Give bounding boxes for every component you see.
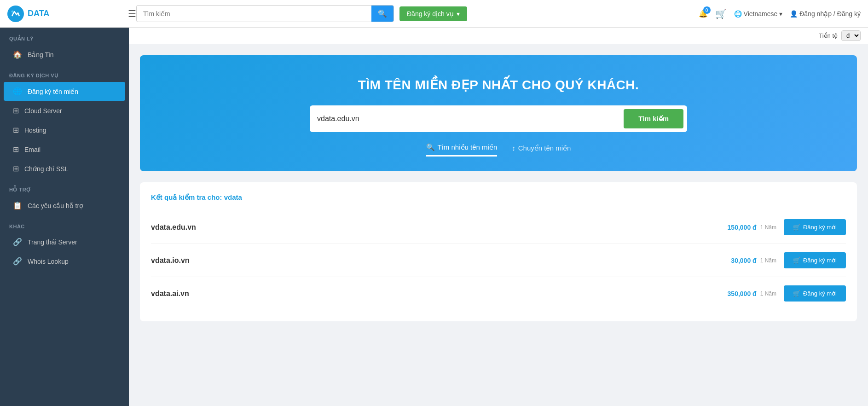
main-header: DATA ☰ 🔍 Đăng ký dịch vụ ▾ 🔔 0 🛒 🌐 Vietn… xyxy=(0,0,868,28)
hero-tab-transfer[interactable]: ↕ Chuyển tên miền xyxy=(512,143,571,157)
hosting-icon: ⊞ xyxy=(13,126,19,134)
sidebar-item-label: Đăng ký tên miền xyxy=(28,88,78,95)
sidebar-section-quanly: QUẢN LÝ xyxy=(0,28,129,45)
whois-icon: 🔗 xyxy=(13,257,22,266)
currency-label: Tiền tệ xyxy=(819,32,838,39)
domain-name: vdata.ai.vn xyxy=(151,290,728,298)
domain-search-button[interactable]: Tìm kiếm xyxy=(624,109,683,128)
search-multi-icon: 🔍 xyxy=(426,143,435,151)
support-icon: 📋 xyxy=(13,201,22,210)
register-button-0[interactable]: 🛒 Đăng ký mới xyxy=(784,219,846,235)
domain-period: 1 Năm xyxy=(760,257,776,264)
logo-icon xyxy=(7,6,24,22)
cart-btn-icon: 🛒 xyxy=(793,290,800,297)
hero-tab-multi[interactable]: 🔍 Tìm nhiều tên miền xyxy=(426,143,498,157)
register-service-button[interactable]: Đăng ký dịch vụ ▾ xyxy=(399,6,467,21)
sidebar-item-label: Các yêu cầu hỗ trợ xyxy=(28,202,83,209)
hamburger-menu[interactable]: ☰ xyxy=(128,8,136,19)
sidebar-item-label: Email xyxy=(24,146,41,153)
sidebar-item-bantin[interactable]: 🏠 Bảng Tin xyxy=(4,45,125,64)
sidebar-item-label: Hosting xyxy=(24,127,46,134)
hero-banner: TÌM TÊN MIỀN ĐẸP NHẤT CHO QUÝ KHÁCH. Tìm… xyxy=(140,55,857,171)
header-right: 🔔 0 🛒 🌐 Vietnamese ▾ 👤 Đăng nhập / Đăng … xyxy=(699,8,861,19)
results-header: Kết quả kiểm tra cho: vdata xyxy=(151,193,846,202)
hero-tabs: 🔍 Tìm nhiều tên miền ↕ Chuyển tên miền xyxy=(155,143,842,157)
language-selector[interactable]: 🌐 Vietnamese ▾ xyxy=(734,10,783,17)
notif-badge: 0 xyxy=(703,6,711,14)
table-row: vdata.edu.vn 150,000 đ 1 Năm 🛒 Đăng ký m… xyxy=(151,211,846,244)
results-query: vdata xyxy=(224,193,242,201)
cart-icon[interactable]: 🛒 xyxy=(715,8,727,19)
register-button-2[interactable]: 🛒 Đăng ký mới xyxy=(784,285,846,302)
header-search-button[interactable]: 🔍 xyxy=(371,6,393,22)
sidebar-item-hosting[interactable]: ⊞ Hosting xyxy=(4,121,125,139)
domain-icon: 🌐 xyxy=(13,87,22,96)
email-icon: ⊞ xyxy=(13,145,19,154)
home-icon: 🏠 xyxy=(13,50,22,59)
header-search-box: 🔍 xyxy=(136,5,394,22)
register-button-1[interactable]: 🛒 Đăng ký mới xyxy=(784,252,846,268)
domain-price: 350,000 đ xyxy=(728,290,757,297)
main-content: TÌM TÊN MIỀN ĐẸP NHẤT CHO QUÝ KHÁCH. Tìm… xyxy=(129,44,868,406)
sidebar-item-label: Cloud Server xyxy=(24,107,62,115)
table-row: vdata.ai.vn 350,000 đ 1 Năm 🛒 Đăng ký mớ… xyxy=(151,277,846,310)
notification-icon[interactable]: 🔔 0 xyxy=(699,9,708,18)
domain-search-box: Tìm kiếm xyxy=(310,105,687,132)
sidebar-item-support[interactable]: 📋 Các yêu cầu hỗ trợ xyxy=(4,196,125,215)
sidebar-section-khac: KHÁC xyxy=(0,215,129,232)
domain-name: vdata.io.vn xyxy=(151,256,731,265)
table-row: vdata.io.vn 30,000 đ 1 Năm 🛒 Đăng ký mới xyxy=(151,244,846,277)
domain-price: 30,000 đ xyxy=(731,257,756,264)
cart-btn-icon: 🛒 xyxy=(793,224,800,231)
domain-price: 150,000 đ xyxy=(728,224,757,231)
sidebar-item-whois[interactable]: 🔗 Whois Lookup xyxy=(4,252,125,271)
domain-period: 1 Năm xyxy=(760,224,776,231)
currency-select[interactable]: đ xyxy=(841,30,861,41)
sidebar-item-server-status[interactable]: 🔗 Trang thái Server xyxy=(4,232,125,251)
currency-row: Tiền tệ đ xyxy=(129,28,868,44)
sidebar-section-hotro: HỖ TRỢ xyxy=(0,179,129,196)
sidebar-item-domain[interactable]: 🌐 Đăng ký tên miền xyxy=(4,82,125,101)
hero-title: TÌM TÊN MIỀN ĐẸP NHẤT CHO QUÝ KHÁCH. xyxy=(155,77,842,93)
sidebar-item-cloudserver[interactable]: ⊞ Cloud Server xyxy=(4,101,125,120)
sidebar-item-label: Bảng Tin xyxy=(28,51,53,58)
link-icon: 🔗 xyxy=(13,238,22,246)
header-center: 🔍 Đăng ký dịch vụ ▾ xyxy=(136,5,691,22)
svg-point-0 xyxy=(12,10,14,12)
sidebar-item-label: Chứng chỉ SSL xyxy=(24,165,69,173)
logo-text: DATA xyxy=(28,9,49,18)
sidebar: QUẢN LÝ 🏠 Bảng Tin ĐĂNG KÝ DỊCH VỤ 🌐 Đăn… xyxy=(0,28,129,406)
login-button[interactable]: 👤 Đăng nhập / Đăng ký xyxy=(790,10,861,17)
sidebar-item-ssl[interactable]: ⊞ Chứng chỉ SSL xyxy=(4,159,125,178)
transfer-icon: ↕ xyxy=(512,144,515,152)
logo-area: DATA ☰ xyxy=(7,6,136,22)
results-section: Kết quả kiểm tra cho: vdata vdata.edu.vn… xyxy=(140,182,857,321)
cart-btn-icon: 🛒 xyxy=(793,257,800,264)
domain-search-input[interactable] xyxy=(317,112,624,126)
sidebar-item-email[interactable]: ⊞ Email xyxy=(4,140,125,159)
main-layout: QUẢN LÝ 🏠 Bảng Tin ĐĂNG KÝ DỊCH VỤ 🌐 Đăn… xyxy=(0,44,868,406)
sidebar-item-label: Trang thái Server xyxy=(28,238,77,246)
header-search-input[interactable] xyxy=(137,6,371,21)
domain-period: 1 Năm xyxy=(760,290,776,297)
ssl-icon: ⊞ xyxy=(13,164,19,173)
server-icon: ⊞ xyxy=(13,106,19,115)
domain-name: vdata.edu.vn xyxy=(151,223,728,232)
sidebar-section-dangky: ĐĂNG KÝ DỊCH VỤ xyxy=(0,64,129,81)
sidebar-item-label: Whois Lookup xyxy=(28,258,69,265)
